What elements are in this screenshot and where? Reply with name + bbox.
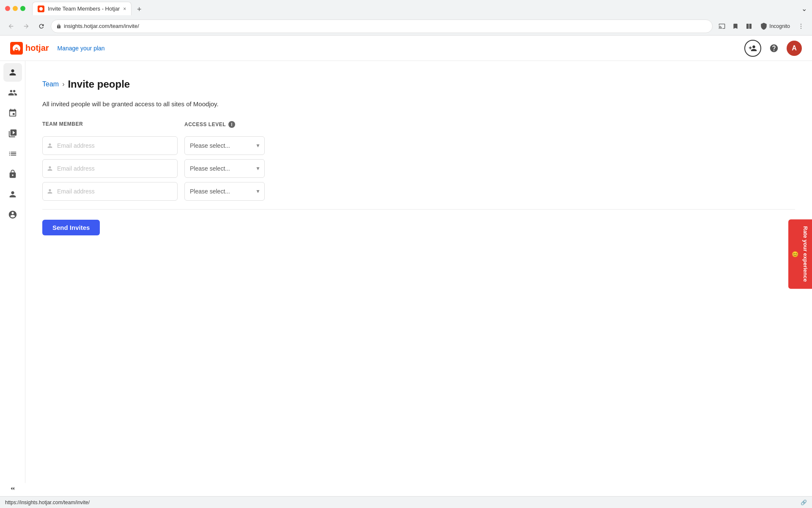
email-input-wrap-1 [42, 136, 178, 155]
logo-text: hotjar [25, 43, 49, 53]
person-icon-3 [47, 188, 53, 195]
breadcrumb-team-link[interactable]: Team [42, 80, 59, 88]
invite-row-3: Please select... Admin Member Read only … [42, 182, 795, 201]
email-input-3[interactable] [42, 182, 178, 201]
browser-toolbar-actions: Incognito [716, 20, 807, 32]
access-select-1[interactable]: Please select... Admin Member Read only [184, 136, 265, 155]
help-btn[interactable] [766, 41, 782, 56]
header-actions: A [744, 40, 802, 57]
browser-close-btn[interactable] [5, 6, 10, 11]
user-avatar[interactable]: A [787, 41, 802, 56]
tab-favicon [38, 6, 44, 12]
invite-row-1: Please select... Admin Member Read only … [42, 136, 795, 155]
browser-url-bar[interactable]: insights.hotjar.com/team/invite/ [51, 19, 713, 33]
access-level-info-icon[interactable]: i [228, 121, 235, 128]
browser-forward-btn[interactable] [20, 20, 32, 32]
email-input-wrap-2 [42, 159, 178, 178]
breadcrumb-separator: › [62, 80, 64, 88]
browser-back-btn[interactable] [5, 20, 17, 32]
browser-menu-btn[interactable] [795, 20, 807, 32]
browser-tabs: Invite Team Members - Hotjar × + [32, 2, 798, 15]
url-text: insights.hotjar.com/team/invite/ [64, 23, 707, 29]
email-input-2[interactable] [42, 159, 178, 178]
breadcrumb-current: Invite people [68, 78, 130, 90]
sidebar-collapse-btn[interactable] [0, 481, 25, 496]
sidebar-item-integrations[interactable] [3, 104, 22, 122]
access-select-2[interactable]: Please select... Admin Member Read only [184, 159, 265, 178]
sidebar-item-users[interactable] [3, 83, 22, 102]
incognito-label: Incognito [769, 23, 790, 29]
access-select-wrap-2: Please select... Admin Member Read only … [184, 159, 265, 178]
browser-minimize-btn[interactable] [13, 6, 18, 11]
incognito-icon [760, 22, 768, 30]
help-icon [769, 44, 779, 53]
sidebar-item-privacy[interactable] [3, 165, 22, 183]
team-member-label: TEAM MEMBER [42, 121, 83, 127]
incognito-badge[interactable]: Incognito [757, 22, 793, 31]
tab-title: Invite Team Members - Hotjar [48, 6, 120, 12]
main-layout: hotjar Manage your plan A Team › Invite … [0, 36, 812, 483]
status-url: https://insights.hotjar.com/team/invite/ [5, 500, 90, 505]
hotjar-logo: hotjar [25, 42, 49, 55]
svg-point-4 [801, 28, 801, 28]
tab-close-btn[interactable]: × [123, 6, 126, 12]
browser-chrome: Invite Team Members - Hotjar × + ⌄ insig… [0, 0, 812, 36]
new-tab-btn[interactable]: + [133, 3, 145, 15]
browser-toolbar: insights.hotjar.com/team/invite/ Incogni… [0, 17, 812, 36]
svg-rect-1 [749, 24, 752, 29]
status-link-icon: 🔗 [801, 500, 807, 505]
browser-titlebar: Invite Team Members - Hotjar × + ⌄ [0, 0, 812, 17]
page-body: Team › Invite people All invited people … [42, 78, 795, 235]
sidebar-item-heatmaps[interactable] [3, 144, 22, 163]
email-input-1[interactable] [42, 136, 178, 155]
split-view-btn[interactable] [743, 20, 755, 32]
sidebar-item-account[interactable] [3, 205, 22, 224]
send-invites-button[interactable]: Send Invites [42, 220, 100, 235]
invite-team-btn[interactable] [744, 40, 761, 57]
invite-form: TEAM MEMBER ACCESS LEVEL i [42, 121, 795, 235]
svg-point-2 [801, 24, 801, 25]
sidebar-item-team[interactable] [3, 63, 22, 82]
email-input-wrap-3 [42, 182, 178, 201]
person-icon-2 [47, 165, 53, 172]
lock-icon [56, 24, 61, 29]
bookmark-btn[interactable] [730, 20, 741, 32]
team-member-col-header: TEAM MEMBER [42, 121, 178, 131]
browser-window-maximize[interactable]: ⌄ [801, 5, 807, 13]
form-column-headers: TEAM MEMBER ACCESS LEVEL i [42, 121, 795, 131]
access-level-col-header: ACCESS LEVEL i [184, 121, 265, 131]
app-header: hotjar Manage your plan A [25, 36, 812, 61]
person-add-icon [749, 44, 757, 52]
collapse-icon [9, 485, 16, 492]
invite-row-2: Please select... Admin Member Read only … [42, 159, 795, 178]
status-bar: https://insights.hotjar.com/team/invite/… [0, 496, 812, 508]
access-select-wrap-3: Please select... Admin Member Read only … [184, 182, 265, 201]
page-subtitle: All invited people will be granted acces… [42, 100, 795, 108]
svg-point-3 [801, 26, 801, 27]
rate-experience-tab[interactable]: Rate your experience 😊 [788, 219, 812, 289]
hotjar-tab-logo [39, 7, 43, 11]
access-select-3[interactable]: Please select... Admin Member Read only [184, 182, 265, 201]
browser-maximize-btn[interactable] [20, 6, 25, 11]
breadcrumb: Team › Invite people [42, 78, 795, 90]
main-content: hotjar Manage your plan A Team › Invite … [25, 36, 812, 483]
svg-rect-0 [746, 24, 749, 29]
browser-window-controls [5, 6, 25, 11]
browser-reload-btn[interactable] [36, 20, 47, 32]
person-icon-1 [47, 142, 53, 149]
active-browser-tab[interactable]: Invite Team Members - Hotjar × [32, 2, 132, 15]
rate-tab-icon: 😊 [792, 251, 798, 257]
access-level-label: ACCESS LEVEL [184, 121, 226, 127]
rate-tab-label: Rate your experience [802, 226, 809, 282]
sidebar [0, 36, 25, 483]
sidebar-item-team-members[interactable] [3, 185, 22, 204]
form-divider [42, 209, 795, 210]
cast-btn[interactable] [716, 20, 728, 32]
manage-plan-link[interactable]: Manage your plan [58, 45, 105, 52]
sidebar-item-recordings[interactable] [3, 124, 22, 143]
access-select-wrap-1: Please select... Admin Member Read only … [184, 136, 265, 155]
